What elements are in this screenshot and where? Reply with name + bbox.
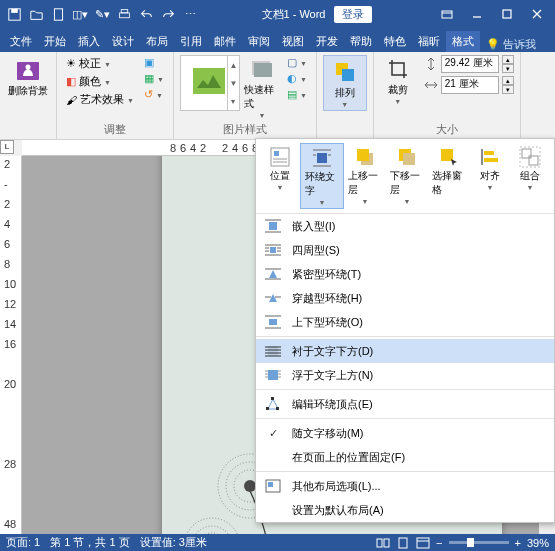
qat-btn-5[interactable]: ✎▾ (92, 4, 112, 24)
menu-set-default[interactable]: 设置为默认布局(A) (256, 498, 554, 522)
menu-more-layout[interactable]: 其他布局选项(L)... (256, 474, 554, 498)
pic-effects-button[interactable]: ◐▼ (284, 71, 310, 86)
check-icon: ✓ (264, 425, 282, 441)
corrections-button[interactable]: ☀校正 ▼ (63, 55, 137, 72)
zoom-level[interactable]: 39% (527, 537, 549, 549)
selection-icon (437, 145, 461, 169)
redo-button[interactable] (158, 4, 178, 24)
align-button[interactable]: 对齐▼ (470, 143, 510, 209)
group-remove-bg: 删除背景 (0, 52, 57, 139)
menu-infront-text[interactable]: 浮于文字上方(N) (256, 363, 554, 387)
tab-references[interactable]: 引用 (174, 31, 208, 52)
svg-rect-52 (520, 147, 540, 167)
quick-style-icon (248, 55, 276, 83)
open-button[interactable] (26, 4, 46, 24)
svg-rect-37 (317, 153, 327, 163)
tab-layout[interactable]: 布局 (140, 31, 174, 52)
gallery-up[interactable]: ▲ (228, 56, 239, 74)
tab-mail[interactable]: 邮件 (208, 31, 242, 52)
tab-selector[interactable]: L (0, 140, 14, 154)
tab-view[interactable]: 视图 (276, 31, 310, 52)
tab-developer[interactable]: 开发 (310, 31, 344, 52)
tab-insert[interactable]: 插入 (72, 31, 106, 52)
crop-button[interactable]: 裁剪▼ (380, 55, 416, 122)
menu-fix-position[interactable]: 在页面上的位置固定(F) (256, 445, 554, 469)
tab-format[interactable]: 格式 (446, 31, 480, 52)
color-button[interactable]: ◧颜色 ▼ (63, 73, 137, 90)
zoom-in-button[interactable]: + (515, 537, 521, 549)
ruler-vertical[interactable]: 2-246 810121416 202848 (0, 156, 22, 534)
group-arrange: 排列▼ (317, 52, 374, 139)
qat-btn-4[interactable]: ◫▾ (70, 4, 90, 24)
tell-me[interactable]: 💡告诉我 (486, 37, 536, 52)
gallery-down[interactable]: ▼ (228, 74, 239, 92)
save-button[interactable] (4, 4, 24, 24)
status-section[interactable]: 第 1 节，共 1 页 (50, 535, 129, 550)
view-print-button[interactable] (396, 537, 410, 549)
selection-pane-button[interactable]: 选择窗格 (428, 143, 470, 209)
print-button[interactable] (114, 4, 134, 24)
remove-bg-button[interactable]: 删除背景 (6, 55, 50, 98)
pic-layout-button[interactable]: ▤▼ (284, 87, 310, 102)
menu-edit-wrap-points[interactable]: 编辑环绕顶点(E) (256, 392, 554, 416)
tab-review[interactable]: 审阅 (242, 31, 276, 52)
position-button[interactable]: 位置▼ (260, 143, 300, 209)
tab-design[interactable]: 设计 (106, 31, 140, 52)
svg-rect-5 (442, 11, 452, 18)
svg-rect-86 (268, 482, 273, 487)
quick-style-button[interactable]: 快速样式▼ (244, 55, 280, 122)
menu-behind-text[interactable]: 衬于文字下方(D) (256, 339, 554, 363)
ribbon-tabs: 文件 开始 插入 设计 布局 引用 邮件 审阅 视图 开发 帮助 特色 福昕 格… (0, 28, 555, 52)
menu-topbottom[interactable]: 上下型环绕(O) (256, 310, 554, 334)
zoom-out-button[interactable]: − (436, 537, 442, 549)
view-web-button[interactable] (416, 537, 430, 549)
minimize-button[interactable] (463, 4, 491, 24)
tab-home[interactable]: 开始 (38, 31, 72, 52)
tab-fuxin[interactable]: 福昕 (412, 31, 446, 52)
menu-tight[interactable]: 紧密型环绕(T) (256, 262, 554, 286)
status-pos[interactable]: 设置值: 3厘米 (140, 535, 207, 550)
close-button[interactable] (523, 4, 551, 24)
qat-more-button[interactable]: ⋯ (180, 4, 200, 24)
width-spinner[interactable]: ▴▾ (502, 76, 514, 94)
height-input[interactable]: 29.42 厘米 (441, 55, 499, 73)
compress-icon: ▣ (144, 56, 154, 69)
gallery-more[interactable]: ▾ (228, 92, 239, 110)
wrap-text-button[interactable]: 环绕文字▼ (300, 143, 344, 209)
new-button[interactable] (48, 4, 68, 24)
menu-square[interactable]: 四周型(S) (256, 238, 554, 262)
group-icon (518, 145, 542, 169)
artistic-button[interactable]: 🖌艺术效果 ▼ (63, 91, 137, 108)
arrange-toolbar: 位置▼ 环绕文字▼ 上移一层▼ 下移一层▼ 选择窗格 对齐▼ 组合▼ (256, 139, 554, 214)
crop-icon (384, 55, 412, 83)
ribbon-display-button[interactable] (433, 4, 461, 24)
tab-special[interactable]: 特色 (378, 31, 412, 52)
compress-button[interactable]: ▣ (141, 55, 167, 70)
status-page[interactable]: 页面: 1 (6, 535, 40, 550)
pic-border-button[interactable]: ▢▼ (284, 55, 310, 70)
wrap-menu: 嵌入型(I) 四周型(S) 紧密型环绕(T) 穿越型环绕(H) 上下型环绕(O)… (256, 214, 554, 522)
tab-file[interactable]: 文件 (4, 31, 38, 52)
menu-inline[interactable]: 嵌入型(I) (256, 214, 554, 238)
arrange-button[interactable]: 排列▼ (323, 55, 367, 111)
group-button[interactable]: 组合▼ (510, 143, 550, 209)
height-spinner[interactable]: ▴▾ (502, 55, 514, 73)
svg-rect-56 (270, 247, 276, 253)
behind-icon (264, 343, 282, 359)
svg-rect-13 (254, 63, 272, 77)
send-backward-button[interactable]: 下移一层▼ (386, 143, 428, 209)
bring-forward-button[interactable]: 上移一层▼ (344, 143, 386, 209)
login-badge[interactable]: 登录 (334, 6, 372, 23)
tab-help[interactable]: 帮助 (344, 31, 378, 52)
width-input[interactable]: 21 厘米 (441, 76, 499, 94)
view-read-button[interactable] (376, 537, 390, 549)
reset-pic-button[interactable]: ↺▼ (141, 87, 167, 102)
maximize-button[interactable] (493, 4, 521, 24)
change-pic-button[interactable]: ▦▼ (141, 71, 167, 86)
svg-rect-33 (271, 148, 289, 166)
zoom-slider[interactable] (449, 541, 509, 544)
style-gallery[interactable]: ▲▼▾ (180, 55, 240, 111)
menu-move-with-text[interactable]: ✓随文字移动(M) (256, 421, 554, 445)
menu-through[interactable]: 穿越型环绕(H) (256, 286, 554, 310)
undo-button[interactable] (136, 4, 156, 24)
